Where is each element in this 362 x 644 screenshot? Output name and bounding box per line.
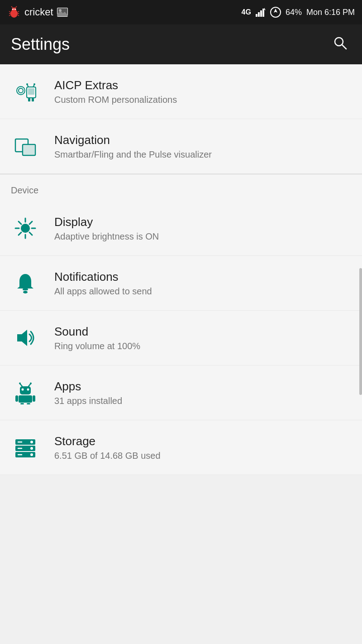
svg-marker-49 — [17, 330, 27, 346]
svg-rect-37 — [24, 145, 34, 154]
svg-line-46 — [19, 232, 21, 235]
svg-point-70 — [30, 453, 33, 456]
svg-point-34 — [33, 83, 35, 85]
svg-rect-47 — [23, 288, 28, 290]
display-title: Display — [54, 215, 351, 230]
svg-line-8 — [9, 15, 10, 16]
image-icon — [57, 8, 68, 17]
aicp-extras-title: AICP Extras — [54, 78, 351, 93]
svg-line-11 — [18, 15, 19, 16]
notifications-text: Notifications All apps allowed to send — [54, 269, 351, 297]
settings-item-display[interactable]: Display Adaptive brightness is ON — [0, 201, 362, 256]
svg-rect-18 — [260, 10, 262, 17]
search-icon — [333, 36, 348, 50]
navigation-icon — [11, 132, 40, 161]
svg-point-64 — [30, 441, 33, 443]
content-wrapper: AICP Extras Custom ROM personalizations … — [0, 64, 362, 475]
svg-rect-16 — [256, 14, 257, 17]
svg-point-48 — [23, 291, 28, 293]
settings-item-storage[interactable]: Storage 6.51 GB of 14.68 GB used — [0, 420, 362, 475]
notifications-subtitle: All apps allowed to send — [54, 286, 351, 297]
display-subtitle: Adaptive brightness is ON — [54, 231, 351, 242]
display-icon — [11, 214, 40, 243]
svg-point-15 — [59, 9, 62, 12]
svg-point-51 — [22, 389, 24, 391]
svg-marker-22 — [274, 9, 277, 13]
settings-item-sound[interactable]: Sound Ring volume at 100% — [0, 311, 362, 365]
navigation-subtitle: Smartbar/Fling and the Pulse visualizer — [54, 149, 351, 160]
status-bar: cricket 4G 64% Mon 6:16 PM — [0, 0, 362, 24]
notifications-icon — [11, 269, 40, 298]
carrier-name: cricket — [24, 6, 53, 18]
app-header: Settings — [0, 24, 362, 64]
svg-point-33 — [26, 83, 28, 85]
svg-point-55 — [19, 383, 21, 384]
svg-rect-19 — [262, 9, 264, 17]
svg-line-45 — [29, 221, 32, 224]
navigation-title: Navigation — [54, 133, 351, 148]
svg-point-67 — [30, 447, 33, 450]
device-section-header: Device — [0, 174, 362, 201]
status-right: 4G 64% Mon 6:16 PM — [242, 7, 355, 18]
settings-item-apps[interactable]: Apps 31 apps installed — [0, 365, 362, 420]
signal-icon — [256, 8, 266, 17]
svg-line-9 — [18, 11, 19, 12]
storage-icon — [11, 433, 40, 462]
svg-point-2 — [12, 9, 14, 10]
battery-percent: 64% — [286, 8, 302, 17]
svg-point-38 — [21, 224, 30, 233]
bug-icon — [7, 5, 21, 19]
svg-line-6 — [9, 11, 10, 12]
svg-rect-60 — [20, 403, 24, 404]
notifications-title: Notifications — [54, 269, 351, 285]
svg-rect-59 — [33, 395, 35, 402]
apps-text: Apps 31 apps installed — [54, 379, 351, 407]
svg-rect-58 — [15, 395, 18, 402]
display-text: Display Adaptive brightness is ON — [54, 215, 351, 242]
svg-line-4 — [11, 6, 13, 8]
storage-subtitle: 6.51 GB of 14.68 GB used — [54, 451, 351, 461]
svg-point-26 — [19, 88, 23, 93]
sound-icon — [11, 323, 40, 352]
sync-icon — [270, 7, 281, 18]
datetime: Mon 6:16 PM — [306, 8, 355, 17]
storage-text: Storage 6.51 GB of 14.68 GB used — [54, 434, 351, 461]
settings-item-aicp-extras[interactable]: AICP Extras Custom ROM personalizations — [0, 64, 362, 119]
sound-subtitle: Ring volume at 100% — [54, 341, 351, 351]
aicp-extras-text: AICP Extras Custom ROM personalizations — [54, 78, 351, 106]
device-section-title: Device — [11, 185, 38, 195]
svg-rect-50 — [20, 386, 31, 394]
svg-rect-30 — [32, 98, 34, 101]
sound-title: Sound — [54, 324, 351, 340]
svg-marker-20 — [264, 8, 266, 10]
svg-rect-29 — [28, 98, 30, 101]
svg-point-52 — [27, 389, 29, 391]
svg-point-56 — [30, 383, 32, 384]
search-button[interactable] — [329, 32, 351, 57]
apps-icon — [11, 378, 40, 407]
svg-rect-17 — [258, 12, 260, 17]
settings-item-navigation[interactable]: Navigation Smartbar/Fling and the Pulse … — [0, 119, 362, 174]
svg-point-3 — [14, 9, 16, 10]
svg-point-25 — [17, 87, 25, 95]
svg-line-43 — [19, 221, 21, 224]
svg-rect-61 — [27, 403, 30, 404]
aicp-extras-subtitle: Custom ROM personalizations — [54, 95, 351, 105]
status-left: cricket — [7, 5, 68, 19]
sound-text: Sound Ring volume at 100% — [54, 324, 351, 352]
aicp-extras-icon — [11, 77, 40, 106]
network-type: 4G — [242, 8, 251, 16]
navigation-text: Navigation Smartbar/Fling and the Pulse … — [54, 133, 351, 160]
svg-line-44 — [29, 232, 32, 235]
page-title: Settings — [11, 35, 70, 54]
svg-line-24 — [342, 45, 346, 49]
settings-list: AICP Extras Custom ROM personalizations … — [0, 64, 362, 475]
apps-subtitle: 31 apps installed — [54, 396, 351, 406]
svg-rect-28 — [28, 88, 34, 95]
settings-item-notifications[interactable]: Notifications All apps allowed to send — [0, 256, 362, 311]
apps-title: Apps — [54, 379, 351, 394]
storage-title: Storage — [54, 434, 351, 449]
scrollbar[interactable] — [359, 268, 362, 395]
svg-rect-57 — [19, 395, 32, 403]
svg-line-5 — [15, 6, 17, 8]
